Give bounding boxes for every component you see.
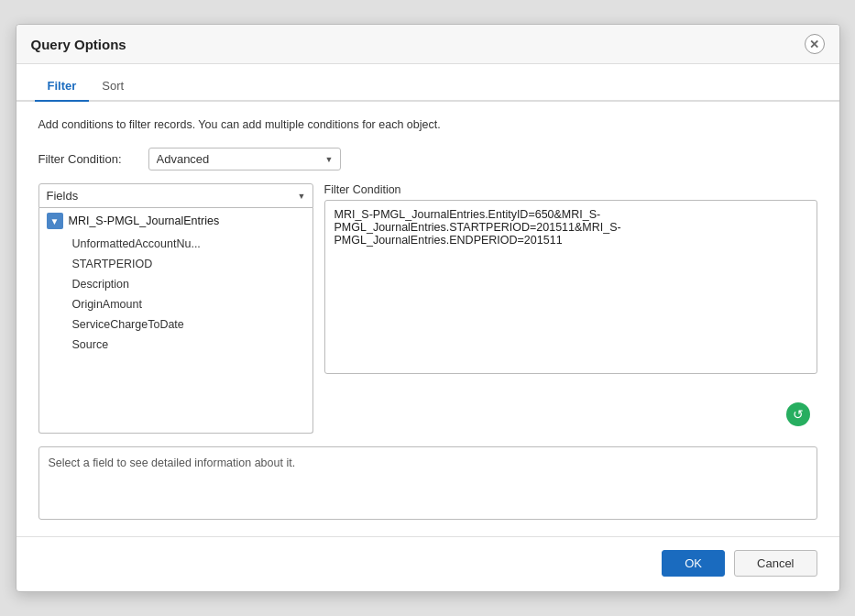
- tree-parent-label: MRI_S-PMGL_JournalEntries: [69, 214, 220, 227]
- list-item[interactable]: OriginAmount: [65, 294, 312, 314]
- tab-sort[interactable]: Sort: [89, 72, 137, 102]
- info-text: Select a field to see detailed informati…: [49, 456, 296, 469]
- cancel-button[interactable]: Cancel: [734, 550, 817, 577]
- fields-select-wrapper: Fields: [38, 183, 313, 208]
- dialog-title: Query Options: [31, 37, 126, 52]
- list-item[interactable]: UnformattedAccountNu...: [65, 234, 312, 254]
- filter-condition-box-label: Filter Condition: [324, 183, 817, 196]
- dialog-footer: OK Cancel: [16, 536, 839, 591]
- close-button[interactable]: ✕: [805, 34, 825, 54]
- main-content-row: Fields ▼ MRI_S-PMGL_JournalEntries Unfor…: [38, 183, 817, 434]
- tree-children: UnformattedAccountNu... STARTPERIOD Desc…: [39, 234, 312, 355]
- fields-tree-box: ▼ MRI_S-PMGL_JournalEntries UnformattedA…: [38, 208, 313, 434]
- dialog-body: Add conditions to filter records. You ca…: [16, 102, 839, 536]
- query-options-dialog: Query Options ✕ Filter Sort Add conditio…: [16, 24, 840, 592]
- fields-select[interactable]: Fields: [38, 183, 313, 208]
- right-panel: Filter Condition ↺: [324, 183, 817, 434]
- tabs-bar: Filter Sort: [16, 72, 839, 102]
- filter-condition-textarea[interactable]: [324, 200, 817, 374]
- list-item[interactable]: STARTPERIOD: [65, 254, 312, 274]
- filter-condition-label: Filter Condition:: [38, 152, 139, 166]
- tab-filter[interactable]: Filter: [35, 72, 90, 102]
- tree-parent-item[interactable]: ▼ MRI_S-PMGL_JournalEntries: [39, 208, 312, 234]
- filter-condition-select-wrapper: Advanced Simple: [148, 148, 341, 170]
- list-item[interactable]: Description: [65, 274, 312, 294]
- tree-collapse-icon[interactable]: ▼: [47, 213, 63, 229]
- ok-button[interactable]: OK: [662, 550, 725, 577]
- filter-condition-select[interactable]: Advanced Simple: [148, 148, 341, 170]
- list-item[interactable]: Source: [65, 335, 312, 355]
- filter-condition-row: Filter Condition: Advanced Simple: [38, 148, 817, 170]
- info-box: Select a field to see detailed informati…: [38, 446, 817, 520]
- left-panel: Fields ▼ MRI_S-PMGL_JournalEntries Unfor…: [38, 183, 313, 434]
- description-text: Add conditions to filter records. You ca…: [38, 118, 817, 131]
- filter-condition-textarea-wrapper: ↺: [324, 200, 817, 434]
- list-item[interactable]: ServiceChargeToDate: [65, 314, 312, 335]
- refresh-icon[interactable]: ↺: [786, 402, 810, 426]
- dialog-title-bar: Query Options ✕: [16, 25, 839, 64]
